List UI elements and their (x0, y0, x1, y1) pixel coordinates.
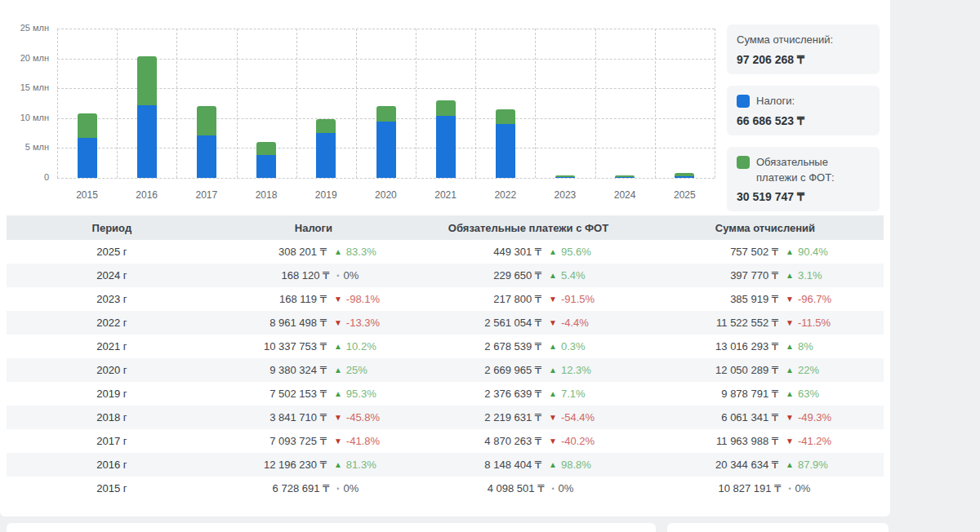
up-arrow-icon: ▲ (334, 460, 342, 469)
table-row-2015: 2015 г6 728 691 ₸•0%4 098 501 ₸•0%10 827… (7, 477, 884, 500)
percent-change: -96.7% (798, 293, 844, 305)
amount-value: 2 219 631 ₸ (450, 411, 541, 423)
bar-segment-2016-taxes[interactable] (137, 105, 157, 178)
bar-segment-2016-fot[interactable] (137, 56, 157, 105)
next-section-card-left (7, 523, 656, 532)
bar-segment-2018-taxes[interactable] (256, 155, 276, 178)
up-arrow-icon: ▲ (334, 247, 342, 256)
percent-change: 7.1% (561, 388, 607, 400)
table-header-row: ПериодНалогиОбязательные платежи с ФОТСу… (7, 215, 884, 240)
bar-segment-2017-taxes[interactable] (197, 135, 216, 178)
amount-value: 168 119 ₸ (235, 293, 327, 305)
bar-2025[interactable] (675, 173, 694, 178)
bar-segment-2024-taxes[interactable] (615, 177, 635, 178)
table-row-2023: 2023 г168 119 ₸▼-98.1%217 800 ₸▼-91.5%38… (7, 287, 884, 311)
taxes-metric: 308 201 ₸▲83.3% (235, 246, 392, 258)
bar-segment-2019-taxes[interactable] (316, 133, 336, 178)
bar-segment-2025-taxes[interactable] (675, 176, 694, 178)
amount-value: 449 301 ₸ (450, 246, 541, 258)
down-arrow-icon: ▼ (549, 295, 557, 304)
amount-value: 168 120 ₸ (238, 269, 329, 282)
taxes-metric: 8 961 498 ₸▼-13.3% (235, 317, 392, 329)
bar-segment-2020-taxes[interactable] (376, 122, 396, 178)
up-arrow-icon: ▲ (786, 366, 794, 375)
amount-value: 2 678 539 ₸ (450, 340, 541, 352)
fot-metric: 2 669 965 ₸▲12.3% (450, 364, 607, 376)
fot-metric: 2 219 631 ₸▼-54.4% (450, 411, 607, 423)
summary-legend-column: Сумма отчислений:97 206 268 ₸Налоги:66 6… (727, 24, 880, 223)
up-arrow-icon: ▲ (549, 366, 557, 375)
bar-segment-2015-fot[interactable] (78, 113, 97, 138)
bar-segment-2017-fot[interactable] (197, 106, 216, 135)
gridline-vertical (655, 29, 656, 178)
total-metric: 757 502 ₸▲90.4% (687, 246, 844, 258)
bar-2020[interactable] (376, 106, 396, 178)
fot-cell: 2 561 054 ₸▼-4.4% (410, 317, 647, 329)
bar-2019[interactable] (316, 119, 336, 178)
percent-change: 90.4% (798, 246, 844, 258)
percent-change: -11.5% (798, 317, 844, 329)
gridline-horizontal (57, 29, 715, 29)
x-tick-label-2024: 2024 (595, 189, 655, 201)
bar-segment-2019-fot[interactable] (316, 119, 336, 133)
total-metric: 10 827 191 ₸•0% (689, 482, 840, 494)
up-arrow-icon: ▲ (549, 271, 557, 280)
down-arrow-icon: ▼ (786, 437, 794, 446)
bar-2018[interactable] (256, 142, 276, 178)
bar-2022[interactable] (496, 109, 515, 178)
table-row-2017: 2017 г7 093 725 ₸▼-41.8%4 870 263 ₸▼-40.… (7, 429, 884, 453)
percent-change: 83.3% (346, 246, 392, 258)
taxes-metric: 3 841 710 ₸▼-45.8% (235, 411, 392, 423)
percent-change: 0% (795, 482, 841, 494)
total-metric: 397 770 ₸▲3.1% (687, 269, 844, 282)
bar-2023[interactable] (555, 175, 575, 178)
gridline-vertical (356, 29, 357, 178)
bar-2016[interactable] (137, 56, 157, 178)
taxes-cell: 308 201 ₸▲83.3% (217, 246, 410, 258)
table-row-2020: 2020 г9 380 324 ₸▲25%2 669 965 ₸▲12.3%12… (7, 358, 884, 382)
total-metric: 9 878 791 ₸▲63% (687, 388, 844, 400)
up-arrow-icon: ▲ (334, 342, 342, 351)
bar-2017[interactable] (197, 106, 216, 178)
summary-card-value: 66 686 523 ₸ (737, 114, 870, 127)
table-row-2021: 2021 г10 337 753 ₸▲10.2%2 678 539 ₸▲0.3%… (7, 335, 884, 358)
amount-value: 4 870 263 ₸ (450, 435, 541, 447)
total-metric: 12 050 289 ₸▲22% (687, 364, 844, 376)
bar-2015[interactable] (78, 113, 97, 178)
total-metric: 11 963 988 ₸▼-41.2% (687, 435, 844, 447)
gridline-vertical (595, 29, 596, 178)
bar-segment-2022-taxes[interactable] (496, 124, 515, 178)
amount-value: 2 669 965 ₸ (450, 364, 541, 376)
taxes-metric: 9 380 324 ₸▲25% (235, 364, 392, 376)
bar-segment-2022-fot[interactable] (496, 109, 515, 125)
period-cell: 2025 г (7, 246, 217, 258)
flat-arrow-icon: • (336, 272, 339, 280)
table-row-2024: 2024 г168 120 ₸•0%229 650 ₸▲5.4%397 770 … (7, 264, 884, 287)
percent-change: 25% (346, 364, 392, 376)
fot-cell: 449 301 ₸▲95.6% (410, 246, 647, 258)
bar-segment-2015-taxes[interactable] (78, 138, 97, 178)
total-cell: 397 770 ₸▲3.1% (647, 269, 884, 282)
amount-value: 11 522 552 ₸ (687, 317, 778, 329)
period-cell: 2016 г (7, 459, 217, 471)
up-arrow-icon: ▲ (334, 389, 342, 398)
up-arrow-icon: ▲ (786, 247, 794, 256)
down-arrow-icon: ▼ (334, 437, 342, 446)
bar-segment-2020-fot[interactable] (376, 106, 396, 122)
percent-change: 95.6% (561, 246, 607, 258)
bar-2021[interactable] (436, 100, 456, 178)
bar-segment-2021-fot[interactable] (436, 100, 456, 117)
total-metric: 385 919 ₸▼-96.7% (687, 293, 844, 305)
bar-segment-2023-taxes[interactable] (555, 177, 575, 178)
bar-segment-2018-fot[interactable] (256, 142, 276, 155)
total-cell: 385 919 ₸▼-96.7% (647, 293, 884, 305)
percent-change: -54.4% (561, 411, 607, 423)
bar-segment-2021-taxes[interactable] (436, 116, 456, 178)
percent-change: -40.2% (561, 435, 607, 447)
bar-2024[interactable] (615, 175, 635, 178)
down-arrow-icon: ▼ (786, 318, 794, 327)
amount-value: 8 148 404 ₸ (450, 459, 541, 471)
amount-value: 3 841 710 ₸ (235, 411, 327, 423)
period-cell: 2019 г (7, 388, 217, 400)
fot-metric: 2 678 539 ₸▲0.3% (450, 340, 607, 352)
